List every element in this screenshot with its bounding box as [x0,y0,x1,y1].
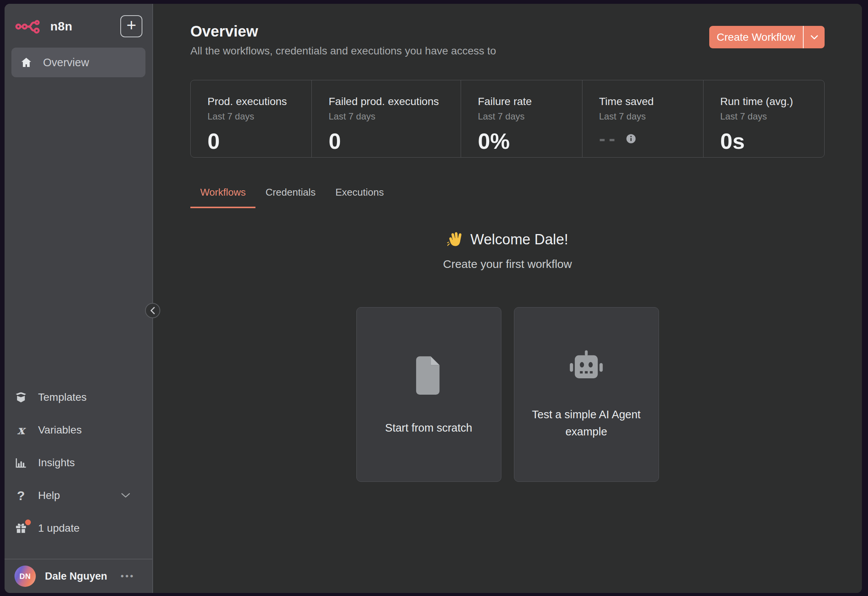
stat-period: Last 7 days [478,111,582,122]
sidebar-collapse-button[interactable] [145,303,160,318]
sidebar-item-variables[interactable]: x Variables [14,420,143,440]
stat-card-prod-executions: Prod. executions Last 7 days 0 [191,80,311,157]
empty-state: Welcome Dale! Create your first workflow… [190,231,825,482]
n8n-logo-icon [15,17,45,36]
stat-period: Last 7 days [599,111,703,122]
create-workflow-dropdown-button[interactable] [804,26,825,48]
robot-icon [566,349,606,386]
stat-card-failure-rate: Failure rate Last 7 days 0% [461,80,582,157]
stat-value: 0% [478,130,582,152]
stat-period: Last 7 days [329,111,461,122]
sidebar-top: n8n + Overview [5,4,152,77]
stat-card-time-saved: Time saved Last 7 days -- [582,80,703,157]
page-header: Overview All the workflows, credentials … [190,4,825,57]
variable-x-icon: x [14,424,28,436]
create-workflow-split-button: Create Workflow [709,26,825,48]
card-label: Test a simple AI Agent example [531,406,641,440]
stat-title: Time saved [599,96,703,108]
sidebar-spacer [5,77,152,387]
sidebar-item-label: Help [38,489,60,502]
stat-value: 0 [207,130,311,152]
tab-credentials[interactable]: Credentials [255,186,326,208]
sidebar-item-label: Templates [38,391,87,403]
stat-title: Failed prod. executions [329,96,461,108]
user-menu-row[interactable]: DN Dale Nguyen ••• [5,559,152,593]
page-title: Overview [190,23,496,40]
stat-title: Run time (avg.) [720,96,824,108]
app-window: n8n + Overview [5,4,862,593]
avatar-initials: DN [19,572,31,581]
logo-wordmark: n8n [50,19,72,33]
create-workflow-button[interactable]: Create Workflow [709,26,803,48]
bar-chart-icon [14,456,28,469]
logo-row: n8n + [11,15,145,37]
start-from-scratch-card[interactable]: Start from scratch [356,307,501,482]
stat-period: Last 7 days [720,111,824,122]
starter-cards: Start from scratch [190,307,825,482]
document-icon [410,352,447,399]
sidebar-item-label: Variables [38,424,82,436]
welcome-text: Welcome Dale! [471,231,568,248]
stat-card-run-time: Run time (avg.) Last 7 days 0s [703,80,824,157]
new-workflow-button[interactable]: + [120,15,142,37]
ai-agent-example-card[interactable]: Test a simple AI Agent example [514,307,659,482]
sidebar-bottom: Templates x Variables Insights [5,387,152,538]
sidebar-item-templates[interactable]: Templates [14,387,143,407]
sidebar-item-overview[interactable]: Overview [11,48,145,77]
stat-card-failed-prod-executions: Failed prod. executions Last 7 days 0 [311,80,461,157]
sidebar-item-label: Insights [38,457,75,469]
chevron-down-icon [811,35,818,40]
sidebar-item-label: 1 update [38,522,80,534]
sidebar-item-label: Overview [43,56,89,69]
page-header-text: Overview All the workflows, credentials … [190,23,496,57]
tab-bar: Workflows Credentials Executions [190,186,825,208]
stats-row: Prod. executions Last 7 days 0 Failed pr… [190,80,825,158]
avatar: DN [14,566,36,587]
stat-title: Prod. executions [207,96,311,108]
update-badge-dot [25,520,31,525]
welcome-heading: Welcome Dale! [190,231,825,248]
stat-value-unavailable: -- [599,133,703,144]
stat-period: Last 7 days [207,111,311,122]
page-subtitle: All the workflows, credentials and execu… [190,45,496,57]
chevron-down-icon [121,493,130,498]
welcome-subtitle: Create your first workflow [190,258,825,271]
info-icon[interactable] [625,133,637,144]
user-name: Dale Nguyen [45,571,107,582]
stat-title: Failure rate [478,96,582,108]
wave-icon [447,231,464,248]
chevron-left-icon [150,307,155,314]
sidebar-item-help[interactable]: ? Help [14,486,143,505]
stat-value: 0s [720,130,824,152]
sidebar-item-insights[interactable]: Insights [14,453,143,473]
sidebar-item-updates[interactable]: 1 update [14,518,143,538]
main-content: Overview All the workflows, credentials … [153,4,862,593]
tab-workflows[interactable]: Workflows [190,186,255,208]
tab-executions[interactable]: Executions [326,186,394,208]
home-icon [20,56,32,69]
stat-value: -- [599,134,619,143]
sidebar: n8n + Overview [5,4,153,593]
card-label: Start from scratch [385,419,472,437]
ellipsis-menu-icon[interactable]: ••• [121,572,135,581]
gift-icon [14,522,28,535]
stat-value: 0 [329,130,461,152]
open-box-icon [14,391,28,404]
question-mark-icon: ? [14,489,28,502]
